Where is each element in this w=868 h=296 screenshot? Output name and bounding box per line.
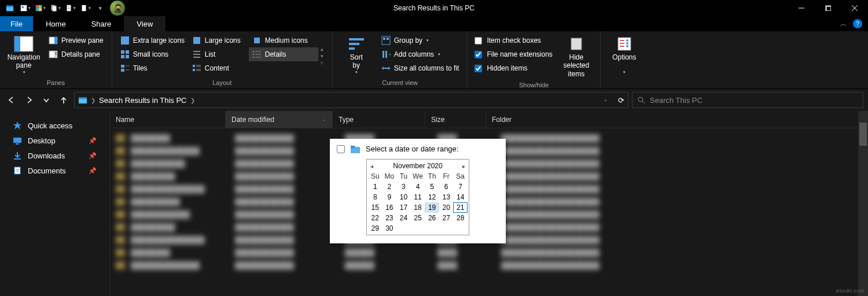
column-date-modified[interactable]: Date modified⌄ (226, 111, 333, 128)
close-button[interactable] (841, 0, 868, 16)
svg-rect-80 (16, 143, 19, 145)
calendar-day[interactable]: 19 (425, 202, 439, 213)
vertical-scrollbar[interactable] (858, 111, 868, 296)
details-view-button[interactable]: Details (249, 47, 318, 61)
qat-doc-icon[interactable]: ▾ (64, 2, 76, 14)
address-bar[interactable]: ❯ Search Results in This PC ❯ ⌄ ⟳ (74, 92, 628, 108)
sidebar-downloads[interactable]: Downloads📌 (0, 148, 109, 163)
tiles-button[interactable]: Tiles (117, 61, 186, 75)
hidden-items-checkbox[interactable]: Hidden items (472, 61, 554, 75)
calendar-day[interactable]: 29 (368, 223, 382, 234)
collapse-ribbon-button[interactable]: ︿ (840, 19, 847, 29)
calendar-day[interactable]: 28 (453, 213, 468, 223)
breadcrumb-label[interactable]: Search Results in This PC (99, 96, 187, 105)
calendar-day[interactable]: 4 (411, 182, 425, 192)
column-type[interactable]: Type (333, 111, 425, 128)
calendar-day[interactable]: 3 (396, 182, 411, 192)
scroll-thumb[interactable] (859, 123, 867, 146)
up-button[interactable] (57, 93, 71, 107)
list-button[interactable]: List (189, 47, 247, 61)
add-columns-button[interactable]: +Add columns ▾ (378, 47, 463, 61)
calendar-day[interactable]: 8 (368, 192, 382, 202)
calendar-day[interactable]: 9 (382, 192, 397, 202)
hide-selected-button[interactable]: Hide selected items (557, 34, 595, 80)
calendar-day[interactable]: 10 (396, 192, 411, 202)
svg-rect-4 (35, 5, 38, 8)
layout-scroll-up-icon[interactable]: ▴ (321, 46, 328, 52)
date-filter-checkbox[interactable] (337, 145, 345, 153)
details-pane-button[interactable]: Details pane (45, 47, 107, 61)
file-extensions-checkbox[interactable]: File name extensions (472, 47, 554, 61)
group-by-button[interactable]: Group by ▾ (378, 34, 463, 47)
layout-scroll-down-icon[interactable]: ▾ (321, 53, 328, 59)
home-tab[interactable]: Home (33, 16, 79, 31)
recent-locations-button[interactable] (39, 93, 53, 107)
preview-pane-button[interactable]: Preview pane (45, 34, 107, 47)
back-button[interactable] (5, 93, 19, 107)
medium-icons-button[interactable]: Medium icons (249, 34, 318, 47)
calendar-day[interactable]: 5 (425, 182, 439, 192)
calendar-day[interactable]: 13 (439, 192, 454, 202)
sidebar-quick-access[interactable]: Quick access (0, 118, 109, 133)
qat-properties-icon[interactable]: ▾ (19, 2, 31, 14)
sort-by-button[interactable]: Sort by▾ (337, 34, 376, 77)
next-month-button[interactable]: ▸ (462, 163, 465, 169)
file-tab[interactable]: File (0, 16, 33, 31)
qat-page-icon[interactable]: ▾ (79, 2, 91, 14)
calendar-day[interactable]: 27 (439, 213, 454, 223)
column-name[interactable]: Name (110, 111, 226, 128)
calendar-day[interactable]: 30 (382, 223, 397, 234)
calendar-day[interactable]: 22 (368, 213, 382, 223)
item-check-boxes-checkbox[interactable]: Item check boxes (472, 34, 554, 47)
month-label[interactable]: November 2020 (393, 162, 442, 170)
column-folder[interactable]: Folder (486, 111, 868, 128)
calendar-day[interactable]: 15 (368, 202, 382, 213)
calendar-day[interactable]: 6 (439, 182, 454, 192)
share-tab[interactable]: Share (79, 16, 124, 31)
breadcrumb-separator-icon[interactable]: ❯ (91, 97, 95, 103)
size-columns-button[interactable]: Size all columns to fit (378, 61, 463, 75)
calendar-day[interactable]: 17 (396, 202, 411, 213)
qat-new-icon[interactable]: ▾ (34, 2, 46, 14)
sidebar-documents[interactable]: Documents📌 (0, 163, 109, 178)
address-dropdown-button[interactable]: ⌄ (603, 96, 608, 105)
content-button[interactable]: Content (189, 61, 247, 75)
app-icon[interactable] (3, 2, 16, 14)
calendar-day[interactable]: 20 (439, 202, 454, 213)
refresh-button[interactable]: ⟳ (618, 96, 624, 105)
column-size[interactable]: Size (425, 111, 486, 128)
sidebar-desktop[interactable]: Desktop📌 (0, 133, 109, 148)
prev-month-button[interactable]: ◂ (370, 163, 373, 169)
forward-button[interactable] (22, 93, 36, 107)
column-filter-dropdown-icon[interactable]: ⌄ (322, 117, 326, 122)
calendar-day[interactable]: 11 (411, 192, 425, 202)
maximize-button[interactable] (815, 0, 841, 16)
calendar-day[interactable]: 14 (453, 192, 468, 202)
view-tab[interactable]: View (124, 16, 165, 31)
calendar-day[interactable]: 26 (425, 213, 439, 223)
search-box[interactable]: Search This PC (632, 92, 863, 108)
small-icons-button[interactable]: Small icons (117, 47, 186, 61)
calendar-day[interactable]: 1 (368, 182, 382, 192)
navigation-pane-button[interactable]: Navigation pane▾ (5, 34, 43, 77)
calendar-day[interactable]: 24 (396, 213, 411, 223)
user-avatar-icon[interactable]: 🥷 (110, 1, 125, 16)
calendar-day[interactable]: 7 (453, 182, 468, 192)
help-button[interactable]: ? (853, 19, 862, 28)
calendar-day[interactable]: 23 (382, 213, 397, 223)
options-button[interactable]: Options▾ (605, 34, 643, 77)
large-icons-button[interactable]: Large icons (189, 34, 247, 47)
date-filter-prompt: Select a date or date range: (366, 145, 458, 153)
qat-customize-icon[interactable]: ▾ (94, 2, 106, 14)
minimize-button[interactable] (788, 0, 815, 16)
extra-large-icons-button[interactable]: Extra large icons (117, 34, 186, 47)
calendar-day[interactable]: 18 (411, 202, 425, 213)
calendar-day[interactable]: 2 (382, 182, 397, 192)
layout-expand-icon[interactable]: ▿ (321, 60, 328, 66)
calendar-day[interactable]: 16 (382, 202, 397, 213)
calendar-day[interactable]: 25 (411, 213, 425, 223)
qat-copy-icon[interactable]: ▾ (49, 2, 61, 14)
calendar-day[interactable]: 12 (425, 192, 439, 202)
breadcrumb-separator-icon[interactable]: ❯ (190, 97, 195, 103)
calendar-day[interactable]: 21 (453, 202, 468, 213)
